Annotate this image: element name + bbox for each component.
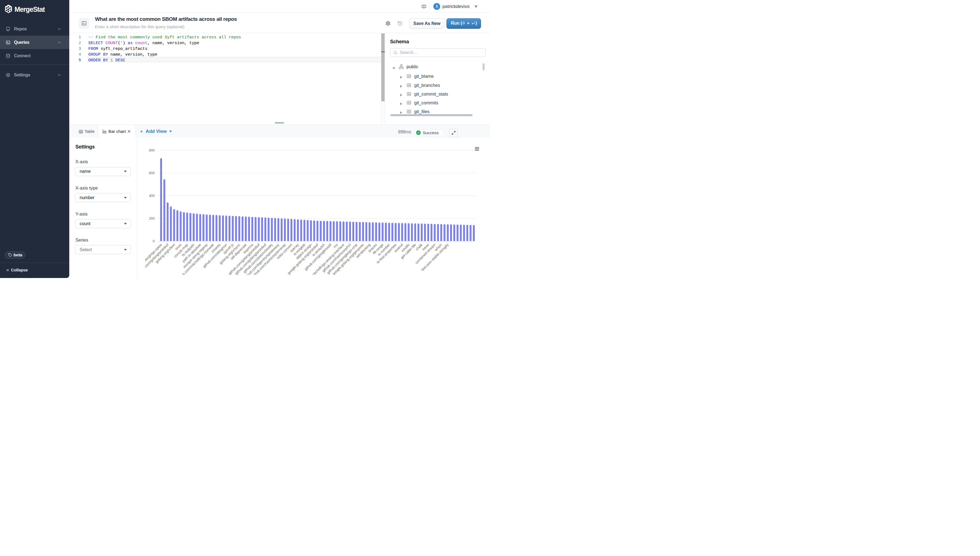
svg-text:chalk: chalk	[415, 242, 424, 251]
svg-text:800: 800	[149, 149, 155, 152]
svg-text:0: 0	[153, 239, 155, 243]
svg-text:400: 400	[149, 194, 155, 198]
svg-text:200: 200	[149, 217, 155, 220]
svg-text:600: 600	[149, 171, 155, 175]
